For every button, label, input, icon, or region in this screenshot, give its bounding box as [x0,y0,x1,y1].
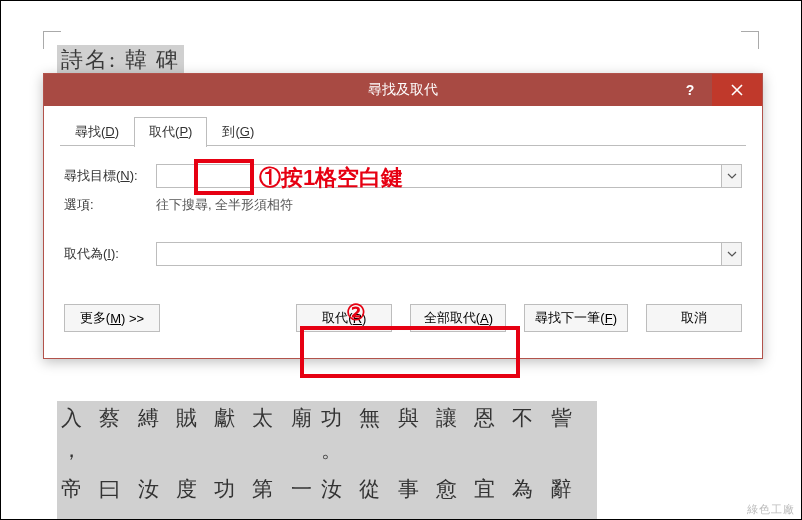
tab-goto[interactable]: 到(G) [207,117,269,147]
cancel-button[interactable]: 取消 [646,304,742,332]
replace-dropdown-button[interactable] [721,243,741,265]
find-combobox[interactable] [156,164,742,188]
watermark: 綠色工廠 [747,502,795,517]
help-button[interactable]: ? [668,74,712,106]
doc-line: 入 蔡 縛 賊 獻 太 廟 ， 功 無 與 讓 恩 不 訾 。 [61,403,593,466]
replace-button[interactable]: 取代(R) [296,304,392,332]
options-row: 選項: 往下搜尋, 全半形須相符 [64,196,742,214]
replace-label: 取代為(I): [64,245,156,263]
find-row: 尋找目標(N): [64,164,742,188]
replace-combobox[interactable] [156,242,742,266]
close-icon [731,84,743,96]
chevron-down-icon [727,173,737,179]
options-value: 往下搜尋, 全半形須相符 [156,196,293,214]
doc-body-snippet: 入 蔡 縛 賊 獻 太 廟 ， 功 無 與 讓 恩 不 訾 。 帝 曰 汝 度 … [57,401,597,520]
button-row: 更多(M) >> 取代(R) 全部取代(A) 尋找下一筆(F) 取消 [64,304,742,332]
find-label: 尋找目標(N): [64,167,156,185]
doc-line: 帝 曰 汝 度 功 第 一 ， 汝 從 事 愈 宜 為 辭 。 [61,474,593,520]
tabs: 尋找(D) 取代(P) 到(G) [60,116,746,146]
crop-mark-tr [741,31,759,49]
chevron-down-icon [727,251,737,257]
tab-replace[interactable]: 取代(P) [134,117,207,147]
title-actions: ? [668,74,762,106]
replace-row: 取代為(I): [64,242,742,266]
tab-find[interactable]: 尋找(D) [60,117,134,147]
options-label: 選項: [64,196,156,214]
find-dropdown-button[interactable] [721,165,741,187]
close-button[interactable] [712,74,762,106]
replace-input[interactable] [157,243,721,265]
dialog-title: 尋找及取代 [368,81,438,99]
dialog-titlebar[interactable]: 尋找及取代 ? [44,74,762,106]
doc-title: 詩名: 韓 碑 [57,45,184,75]
more-button[interactable]: 更多(M) >> [64,304,160,332]
form-area: 尋找目標(N): 選項: 往下搜尋, 全半形須相符 取代為(I): [60,146,746,342]
find-replace-dialog: 尋找及取代 ? 尋找(D) 取代(P) 到(G) 尋找目標(N): [43,73,763,359]
find-input[interactable] [157,165,721,187]
dialog-body: 尋找(D) 取代(P) 到(G) 尋找目標(N): 選項: 往下搜尋, 全半形須… [44,106,762,358]
find-next-button[interactable]: 尋找下一筆(F) [524,304,628,332]
replace-all-button[interactable]: 全部取代(A) [410,304,506,332]
